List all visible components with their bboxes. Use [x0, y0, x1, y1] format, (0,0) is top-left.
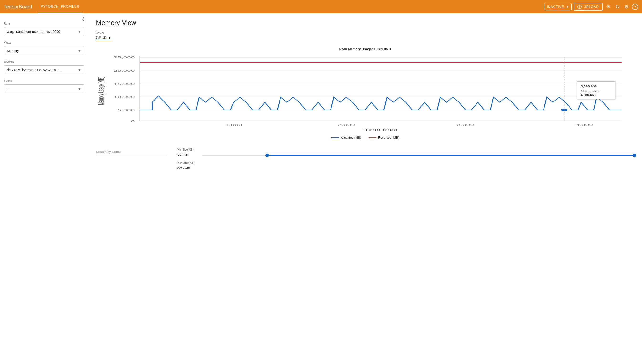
- min-size-input[interactable]: [177, 152, 198, 158]
- legend-allocated: Allocated (MB): [331, 136, 361, 139]
- theme-toggle-icon[interactable]: ☀: [604, 2, 612, 11]
- help-icon[interactable]: ?: [632, 4, 638, 10]
- svg-text:0: 0: [131, 120, 135, 123]
- svg-text:1,000: 1,000: [225, 123, 242, 126]
- search-input[interactable]: [96, 148, 167, 156]
- runs-value: warp-transducer-max-frames-10000: [7, 30, 60, 34]
- chart-legend: Allocated (MB) Reserved (MB): [96, 136, 634, 139]
- workers-label: Workers: [4, 60, 84, 63]
- legend-red-line: [369, 138, 376, 138]
- topbar: TensorBoard PYTORCH_PROFILER INACTIVE ▼ …: [0, 0, 642, 13]
- svg-text:15,000: 15,000: [114, 82, 135, 85]
- workers-select[interactable]: de-74279-k2-train-2-0815224919-7... ▼: [4, 65, 84, 74]
- min-size-slider-thumb-left[interactable]: [265, 154, 269, 157]
- inactive-label: INACTIVE: [547, 5, 564, 8]
- views-value: Memory: [7, 49, 19, 53]
- workers-value: de-74279-k2-train-2-0815224919-7...: [7, 68, 62, 72]
- legend-blue-line: [331, 138, 339, 138]
- peak-memory-label: Peak Memory Usage: 13061.8MB: [96, 47, 634, 51]
- max-size-label: Max Size(KB): [177, 161, 634, 164]
- topbar-right: INACTIVE ▼ i UPLOAD ☀ ↻ ⚙ ?: [544, 2, 638, 11]
- svg-text:Time (ms): Time (ms): [364, 128, 397, 132]
- svg-text:2,000: 2,000: [338, 123, 355, 126]
- min-size-label: Min Size(KB): [177, 148, 634, 151]
- device-chevron-icon: ▼: [108, 36, 112, 40]
- bottom-controls: Min Size(KB) Max Size(KB): [96, 144, 634, 171]
- settings-icon[interactable]: ⚙: [623, 2, 630, 11]
- legend-allocated-label: Allocated (MB): [341, 136, 361, 139]
- sidebar-collapse-icon[interactable]: ❮: [82, 16, 85, 22]
- sidebar: ❮ Runs warp-transducer-max-frames-10000 …: [0, 13, 88, 364]
- workers-chevron-icon: ▼: [78, 68, 81, 72]
- views-select[interactable]: Memory ▼: [4, 46, 84, 55]
- device-select[interactable]: GPU0 ▼: [96, 36, 111, 42]
- min-size-row: Min Size(KB): [177, 148, 634, 158]
- memory-chart-svg: 25,000 20,000 15,000 10,000 5,000 0: [96, 53, 634, 134]
- size-controls: Min Size(KB) Max Size(KB): [177, 148, 634, 171]
- spans-chevron-icon: ▼: [78, 87, 81, 91]
- min-size-row-inner: [177, 152, 634, 158]
- min-size-slider-thumb-right[interactable]: [633, 154, 636, 157]
- svg-text:10,000: 10,000: [114, 96, 135, 98]
- svg-text:3,000: 3,000: [457, 123, 474, 126]
- max-size-row-inner: [177, 165, 634, 171]
- upload-label: UPLOAD: [583, 5, 599, 8]
- min-size-slider-fill: [267, 155, 634, 156]
- upload-button[interactable]: i UPLOAD: [573, 2, 603, 11]
- svg-text:25,000: 25,000: [114, 56, 135, 59]
- svg-text:4,000: 4,000: [576, 123, 593, 126]
- runs-chevron-icon: ▼: [78, 30, 81, 34]
- svg-text:5,000: 5,000: [118, 109, 135, 112]
- refresh-icon[interactable]: ↻: [614, 2, 621, 11]
- spans-value: 1: [7, 87, 9, 91]
- chart-container: Peak Memory Usage: 13061.8MB 25,000 20,0…: [96, 47, 634, 139]
- legend-reserved: Reserved (MB): [369, 136, 399, 139]
- info-icon: i: [577, 4, 582, 9]
- search-group: [96, 148, 167, 156]
- max-size-row: Max Size(KB): [177, 161, 634, 171]
- max-size-input[interactable]: [177, 165, 198, 171]
- brand-label: TensorBoard: [4, 4, 32, 10]
- inactive-dropdown[interactable]: INACTIVE ▼: [544, 3, 572, 10]
- svg-text:20,000: 20,000: [114, 69, 135, 72]
- spans-label: Spans: [4, 79, 84, 82]
- device-value: GPU0: [96, 36, 106, 40]
- device-label: Device: [96, 32, 634, 35]
- page-title: Memory View: [96, 19, 634, 27]
- svg-text:Memory Usage (MB): Memory Usage (MB): [97, 77, 105, 105]
- views-chevron-icon: ▼: [78, 49, 81, 53]
- views-label: Views: [4, 41, 84, 44]
- spans-select[interactable]: 1 ▼: [4, 84, 84, 94]
- chart-wrapper[interactable]: 25,000 20,000 15,000 10,000 5,000 0: [96, 53, 634, 134]
- tab-pytorch-profiler[interactable]: PYTORCH_PROFILER: [38, 0, 82, 13]
- content-area: Memory View Device GPU0 ▼ Peak Memory Us…: [88, 13, 642, 364]
- legend-reserved-label: Reserved (MB): [378, 136, 399, 139]
- min-size-slider-track[interactable]: [202, 155, 634, 156]
- chevron-down-icon: ▼: [566, 5, 569, 8]
- main-layout: ❮ Runs warp-transducer-max-frames-10000 …: [0, 13, 642, 364]
- runs-label: Runs: [4, 22, 84, 25]
- runs-select[interactable]: warp-transducer-max-frames-10000 ▼: [4, 27, 84, 36]
